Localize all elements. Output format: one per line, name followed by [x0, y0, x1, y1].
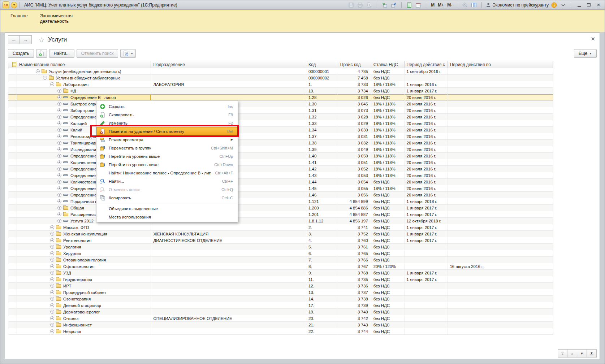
- expand-icon[interactable]: [50, 264, 54, 268]
- table-row[interactable]: Определение желчных1.423 05218% / 118%20…: [8, 166, 553, 172]
- table-cell[interactable]: [405, 289, 448, 295]
- table-cell[interactable]: [151, 302, 306, 308]
- table-cell[interactable]: 1.45: [306, 185, 338, 191]
- close-form-button[interactable]: ✕: [591, 36, 595, 42]
- table-cell[interactable]: 1 января 2017 г.: [405, 276, 448, 282]
- table-cell[interactable]: 3 045: [338, 101, 371, 107]
- table-cell[interactable]: [8, 185, 17, 191]
- expand-icon[interactable]: [50, 238, 54, 242]
- table-cell[interactable]: [8, 276, 17, 282]
- table-row[interactable]: Определение кетоновы1.433 05318% / 118%2…: [8, 172, 553, 179]
- table-cell[interactable]: 11.: [306, 276, 338, 282]
- table-cell[interactable]: 3 055: [338, 185, 371, 191]
- expand-icon[interactable]: [57, 167, 61, 171]
- table-cell[interactable]: 18% / 118%: [371, 146, 405, 152]
- table-cell[interactable]: 4 854 887: [338, 211, 371, 217]
- expand-icon[interactable]: [50, 310, 54, 314]
- table-cell[interactable]: [151, 75, 306, 81]
- table-cell[interactable]: 18% / 118%: [371, 159, 405, 165]
- table-cell[interactable]: [151, 322, 306, 328]
- table-cell[interactable]: 1.200: [306, 205, 338, 211]
- table-cell[interactable]: 21.: [306, 322, 338, 328]
- table-cell[interactable]: 6.: [306, 250, 338, 256]
- table-cell[interactable]: без НДС: [371, 309, 405, 315]
- expand-icon[interactable]: [57, 219, 61, 223]
- table-cell[interactable]: [448, 302, 553, 308]
- table-cell[interactable]: 1.44: [306, 179, 338, 185]
- minimize-button[interactable]: [575, 2, 583, 8]
- table-cell[interactable]: [8, 296, 17, 302]
- table-cell[interactable]: 1.41: [306, 159, 338, 165]
- expand-icon[interactable]: [57, 134, 61, 138]
- table-cell[interactable]: без НДС: [371, 94, 405, 100]
- table-cell[interactable]: 3 026: [338, 94, 371, 100]
- table-row[interactable]: Кальций1.333 02918% / 118%20 июля 2016 г…: [8, 120, 553, 127]
- expand-icon[interactable]: [50, 232, 54, 236]
- table-cell[interactable]: [448, 166, 553, 172]
- table-cell[interactable]: без НДС: [371, 322, 405, 328]
- table-cell[interactable]: 1.28: [306, 94, 338, 100]
- expand-icon[interactable]: [57, 173, 61, 177]
- table-cell[interactable]: [448, 257, 553, 263]
- table-cell[interactable]: Онколог: [17, 315, 151, 321]
- table-cell[interactable]: [448, 114, 553, 120]
- table-cell[interactable]: [448, 101, 553, 107]
- table-cell[interactable]: [448, 120, 553, 126]
- table-cell[interactable]: [8, 270, 17, 276]
- table-cell[interactable]: [448, 127, 553, 133]
- table-cell[interactable]: 18% / 118%: [371, 107, 405, 113]
- table-cell[interactable]: [8, 198, 17, 204]
- table-row[interactable]: Калий1.343 03018% / 118%20 июля 2016 г.: [8, 127, 553, 133]
- expand-icon[interactable]: [50, 297, 54, 301]
- table-cell[interactable]: 20 июля 2016 г.: [405, 140, 448, 146]
- table-cell[interactable]: без НДС: [371, 289, 405, 295]
- scroll-down-button[interactable]: ▼: [577, 349, 587, 358]
- memory-button[interactable]: M: [430, 3, 435, 8]
- table-cell[interactable]: 1 января 2018 г.: [405, 198, 448, 204]
- table-row[interactable]: Забор крови из пальца1.313 07318% / 118%…: [8, 107, 553, 114]
- table-cell[interactable]: 8.: [306, 263, 338, 269]
- table-cell[interactable]: ИРТ: [17, 283, 151, 289]
- table-cell[interactable]: Лаборатория: [17, 81, 151, 87]
- table-cell[interactable]: [8, 322, 17, 328]
- table-cell[interactable]: [8, 94, 17, 100]
- table-cell[interactable]: Офтальмология: [17, 263, 151, 269]
- table-cell[interactable]: 20 июля 2016 г.: [405, 146, 448, 152]
- expand-icon[interactable]: [57, 206, 61, 210]
- table-cell[interactable]: 1.39: [306, 146, 338, 152]
- expand-icon[interactable]: [50, 316, 54, 320]
- save-icon[interactable]: [347, 2, 355, 8]
- table-cell[interactable]: 1.37: [306, 133, 338, 139]
- table-cell[interactable]: Урология: [17, 244, 151, 250]
- table-cell[interactable]: без НДС: [371, 205, 405, 211]
- table-cell[interactable]: без НДС: [371, 218, 405, 224]
- table-cell[interactable]: 1.46: [306, 192, 338, 198]
- load-file-icon[interactable]: [381, 2, 388, 8]
- table-cell[interactable]: [448, 107, 553, 113]
- table-cell[interactable]: [448, 322, 553, 328]
- scroll-to-bottom-button[interactable]: ▼: [587, 349, 597, 358]
- table-cell[interactable]: [448, 159, 553, 165]
- expand-icon[interactable]: [50, 277, 54, 281]
- table-row[interactable]: Определение амилазы1.403 05018% / 118%20…: [8, 153, 553, 159]
- menu-item-edit[interactable]: ИзменитьF2: [96, 119, 238, 127]
- table-row[interactable]: Офтальмология8.3 76720% / 120%16 августа…: [8, 263, 553, 270]
- menu-item-create[interactable]: СоздатьIns: [96, 102, 238, 110]
- table-cell[interactable]: 20 июля 2016 г.: [405, 133, 448, 139]
- expand-icon[interactable]: [57, 212, 61, 216]
- table-cell[interactable]: 3 742: [338, 315, 371, 321]
- table-cell[interactable]: [8, 88, 17, 94]
- table-cell[interactable]: 3 051: [338, 159, 371, 165]
- table-cell[interactable]: [8, 224, 17, 230]
- table-cell[interactable]: [8, 211, 17, 217]
- table-row[interactable]: Исследование мочи по1.393 04918% / 118%2…: [8, 146, 553, 153]
- split-view-icon[interactable]: [470, 2, 477, 8]
- table-row[interactable]: Количественное опред1.413 05118% / 118%2…: [8, 159, 553, 166]
- table-cell[interactable]: 3 741: [338, 224, 371, 230]
- table-row[interactable]: Расширенная1.2014 854 887без НДС1 января…: [8, 211, 553, 218]
- table-cell[interactable]: [405, 309, 448, 315]
- tab-glavnoe[interactable]: Главное: [10, 13, 28, 32]
- table-cell[interactable]: [448, 237, 553, 243]
- expand-icon[interactable]: [57, 160, 61, 164]
- table-cell[interactable]: [151, 263, 306, 269]
